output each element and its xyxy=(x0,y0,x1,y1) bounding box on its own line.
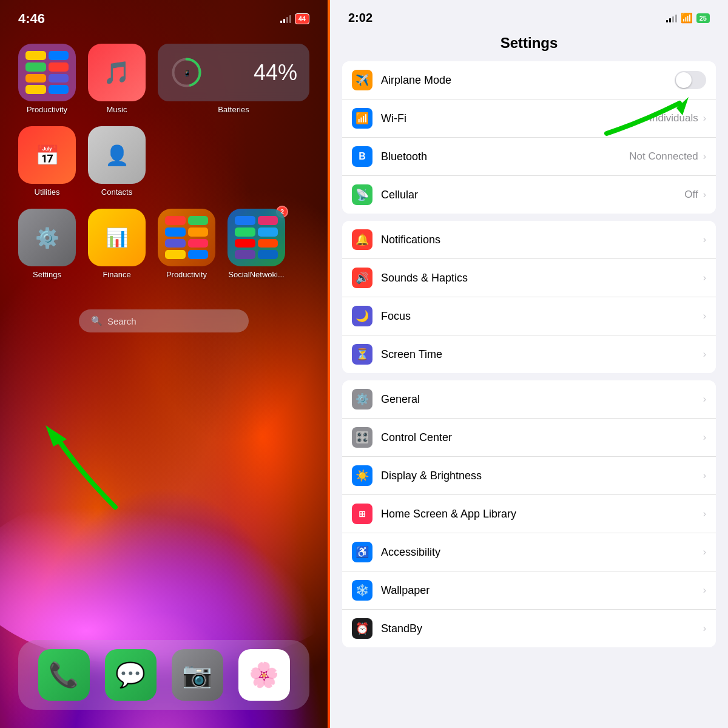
folder-mini-1 xyxy=(25,51,46,60)
notifications-label: Notifications xyxy=(381,234,703,246)
music-app[interactable]: 🎵 Music xyxy=(88,44,146,114)
control-center-icon: 🎛️ xyxy=(352,427,372,448)
productivity2-icon[interactable] xyxy=(158,209,215,266)
iphone-home-screen: 4:46 44 xyxy=(0,0,328,728)
sounds-row[interactable]: 🔊 Sounds & Haptics › xyxy=(342,259,716,297)
batteries-widget[interactable]: 📱 44% Batteries xyxy=(158,44,309,114)
music-label: Music xyxy=(88,105,146,114)
phone-app[interactable]: 📞 xyxy=(38,649,90,701)
search-bar[interactable]: 🔍 Search xyxy=(79,309,249,332)
general-chevron: › xyxy=(703,394,706,405)
contacts-app[interactable]: 👤 Contacts xyxy=(88,126,146,197)
airplane-mode-icon: ✈️ xyxy=(352,70,372,90)
general-section: ⚙️ General › 🎛️ Control Center › ☀️ Disp… xyxy=(342,380,716,647)
settings-status-icons: 📶 25 xyxy=(666,12,710,24)
music-icon[interactable]: 🎵 xyxy=(88,44,146,101)
utilities-app[interactable]: 📅 Utilities xyxy=(18,126,76,197)
standby-chevron: › xyxy=(703,623,706,634)
accessibility-row[interactable]: ♿ Accessibility › xyxy=(342,533,716,571)
folder-mini-7 xyxy=(25,85,46,94)
home-screen-row[interactable]: ⊞ Home Screen & App Library › xyxy=(342,495,716,533)
iphone-time: 4:46 xyxy=(18,11,45,27)
folder-mini-5 xyxy=(25,74,46,83)
focus-row[interactable]: 🌙 Focus › xyxy=(342,297,716,335)
utilities-label: Utilities xyxy=(18,187,76,197)
accessibility-icon: ♿ xyxy=(352,542,372,562)
general-label: General xyxy=(381,393,703,406)
cellular-label: Cellular xyxy=(381,189,684,201)
wallpaper-icon: ❄️ xyxy=(352,580,372,601)
standby-label: StandBy xyxy=(381,622,703,635)
photos-app[interactable]: 🌸 xyxy=(238,649,290,701)
cellular-value: Off xyxy=(684,189,698,201)
general-row[interactable]: ⚙️ General › xyxy=(342,380,716,419)
display-icon: ☀️ xyxy=(352,465,372,486)
app-row-2: 📅 Utilities 👤 Contacts xyxy=(18,126,309,197)
screen-time-icon: ⏳ xyxy=(352,344,372,365)
display-label: Display & Brightness xyxy=(381,470,703,482)
messages-app[interactable]: 💬 xyxy=(105,649,157,701)
utilities-icon[interactable]: 📅 xyxy=(18,126,76,184)
focus-icon: 🌙 xyxy=(352,306,372,326)
standby-row[interactable]: ⏰ StandBy › xyxy=(342,610,716,647)
battery-badge: 44 xyxy=(295,13,309,24)
control-center-label: Control Center xyxy=(381,431,703,444)
social-label: SocialNetwoki... xyxy=(228,270,285,279)
folder-mini-8 xyxy=(49,85,69,94)
productivity2-folder[interactable]: Productivity xyxy=(158,209,215,279)
arrow-airplane xyxy=(595,85,692,148)
control-center-row[interactable]: 🎛️ Control Center › xyxy=(342,419,716,457)
batteries-widget-icon[interactable]: 📱 44% xyxy=(158,44,309,101)
cellular-row[interactable]: 📡 Cellular Off › xyxy=(342,176,716,214)
sounds-chevron: › xyxy=(703,272,706,283)
display-chevron: › xyxy=(703,470,706,481)
app-row-1: Productivity 🎵 Music xyxy=(18,44,309,114)
focus-label: Focus xyxy=(381,310,703,323)
folder-icon-productivity[interactable] xyxy=(18,44,76,101)
finance-label: Finance xyxy=(88,270,146,279)
dock: 📞 💬 📷 🌸 xyxy=(18,640,309,710)
home-screen-label: Home Screen & App Library xyxy=(381,508,703,521)
iphone-status-icons: 44 xyxy=(280,13,309,24)
settings-icon[interactable]: ⚙️ xyxy=(18,209,76,266)
settings-signal-icon xyxy=(666,14,677,22)
screen-time-row[interactable]: ⏳ Screen Time › xyxy=(342,335,716,373)
iphone-status-bar: 4:46 44 xyxy=(0,0,328,32)
wallpaper-chevron: › xyxy=(703,585,706,596)
bluetooth-value: Not Connected xyxy=(629,150,698,163)
productivity-folder[interactable]: Productivity xyxy=(18,44,76,114)
finance-app[interactable]: 📊 Finance xyxy=(88,209,146,279)
standby-icon: ⏰ xyxy=(352,618,372,639)
finance-icon[interactable]: 📊 xyxy=(88,209,146,266)
screen-time-label: Screen Time xyxy=(381,348,703,361)
social-icon[interactable] xyxy=(228,209,285,266)
notifications-chevron: › xyxy=(703,234,706,245)
sounds-label: Sounds & Haptics xyxy=(381,272,703,285)
contacts-icon[interactable]: 👤 xyxy=(88,126,146,184)
settings-app[interactable]: ⚙️ Settings xyxy=(18,209,76,279)
wifi-icon: 📶 xyxy=(681,12,693,24)
signal-icon xyxy=(280,15,291,23)
wifi-chevron: › xyxy=(703,113,706,124)
camera-app[interactable]: 📷 xyxy=(172,649,223,701)
wallpaper-label: Wallpaper xyxy=(381,584,703,597)
notifications-section: 🔔 Notifications › 🔊 Sounds & Haptics › 🌙… xyxy=(342,221,716,373)
folder-mini-6 xyxy=(49,74,69,83)
folder-mini-2 xyxy=(49,51,69,60)
sounds-icon: 🔊 xyxy=(352,268,372,288)
social-folder[interactable]: 2 SocialNetwoki... xyxy=(228,209,285,279)
productivity-folder-label: Productivity xyxy=(18,105,76,114)
settings-label: Settings xyxy=(18,270,76,279)
cellular-icon-wrap: 📡 xyxy=(352,184,372,205)
display-row[interactable]: ☀️ Display & Brightness › xyxy=(342,457,716,495)
batteries-label: Batteries xyxy=(205,105,263,114)
wallpaper-row[interactable]: ❄️ Wallpaper › xyxy=(342,571,716,610)
notifications-row[interactable]: 🔔 Notifications › xyxy=(342,221,716,259)
screen-time-chevron: › xyxy=(703,349,706,360)
accessibility-chevron: › xyxy=(703,547,706,558)
bluetooth-chevron: › xyxy=(703,151,706,162)
bluetooth-label: Bluetooth xyxy=(381,150,629,163)
general-icon: ⚙️ xyxy=(352,389,372,410)
settings-title: Settings xyxy=(330,30,728,61)
productivity2-label: Productivity xyxy=(158,270,215,279)
